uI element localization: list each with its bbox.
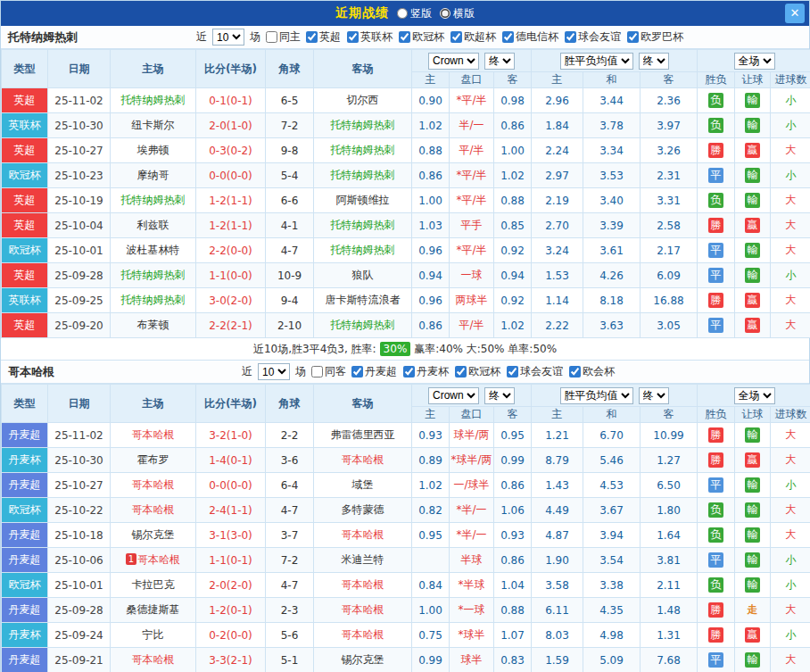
same-venue-checkbox[interactable] — [266, 31, 277, 43]
avg-select[interactable]: 胜平负均值 — [560, 53, 633, 70]
team-name: 托特纳姆热刺 — [8, 29, 78, 46]
league-badge: 丹麦超 — [2, 523, 48, 548]
subcol-odds-away: 客 — [494, 407, 532, 423]
col-home: 主场 — [111, 385, 196, 423]
same-venue-filter[interactable]: 同客 — [311, 364, 346, 379]
matches-table: 类型 日期 主场 比分(半场) 角球 客场 Crown 终 胜平负均值 — [1, 384, 810, 672]
same-venue-filter[interactable]: 同主 — [266, 29, 301, 45]
goals-overunder: 大 — [771, 648, 810, 672]
same-venue-checkbox[interactable] — [311, 366, 323, 377]
avg-final-select[interactable]: 终 — [639, 53, 669, 70]
avg-draw-value: 3.54 — [583, 548, 641, 573]
league-filter-checkbox[interactable] — [569, 366, 581, 377]
match-row: 欧冠杯 25-10-01 卡拉巴克 2-0(2-0) 4-7 哥本哈根 0.84… — [2, 573, 810, 598]
match-date: 25-10-23 — [48, 163, 111, 188]
league-filter[interactable]: 德电信杯 — [502, 29, 558, 45]
match-row: 英超 25-09-28 托特纳姆热刺 1-1(0-0) 10-9 狼队 0.94… — [2, 263, 810, 288]
subcol-result: 胜负 — [698, 72, 735, 88]
league-filter[interactable]: 球会友谊 — [507, 364, 563, 379]
odds-source-select[interactable]: Crown — [428, 387, 479, 404]
avg-final-select[interactable]: 终 — [639, 387, 669, 404]
league-filter-checkbox[interactable] — [306, 31, 318, 43]
result-badge: 负 — [708, 118, 723, 133]
layout-horizontal-radio[interactable] — [440, 8, 450, 19]
score: 3-0(2-0) — [196, 288, 266, 313]
col-away: 客场 — [314, 385, 412, 423]
league-filter-checkbox[interactable] — [507, 366, 518, 377]
odds-final-select[interactable]: 终 — [484, 387, 515, 404]
result-badge: 平 — [708, 168, 723, 183]
league-filter[interactable]: 欧冠杯 — [399, 29, 444, 45]
league-filter-checkbox[interactable] — [565, 31, 576, 43]
close-icon[interactable]: ✕ — [785, 4, 805, 23]
match-row: 欧冠杯 25-10-23 摩纳哥 0-0(0-0) 5-4 托特纳姆热刺 0.8… — [2, 163, 810, 188]
league-filter[interactable]: 丹麦超 — [351, 364, 397, 379]
league-filter-checkbox[interactable] — [351, 366, 363, 377]
handicap-line: *平/半 — [450, 188, 494, 213]
league-filter[interactable]: 英联杯 — [347, 29, 393, 45]
match-date: 25-09-25 — [48, 288, 111, 313]
handicap-result-cell: 輸 — [735, 523, 771, 548]
layout-horizontal-option[interactable]: 横版 — [440, 6, 475, 21]
result-cell: 平 — [698, 163, 735, 188]
scope-select[interactable]: 全场 — [734, 53, 775, 70]
league-filter[interactable]: 球会友谊 — [565, 29, 621, 45]
corner-count: 7-2 — [266, 113, 314, 138]
handicap-result-cell: 輸 — [735, 548, 771, 573]
handicap-line: *平/半 — [450, 88, 494, 113]
avg-draw-value: 3.94 — [583, 523, 641, 548]
goals-overunder: 小 — [771, 113, 810, 138]
league-filter[interactable]: 欧冠杯 — [455, 364, 500, 379]
league-filter-checkbox[interactable] — [403, 366, 415, 377]
league-filter-checkbox[interactable] — [502, 31, 514, 43]
matches-tbody: 英超 25-11-02 托特纳姆热刺 0-1(0-1) 6-5 切尔西 0.90… — [2, 88, 810, 338]
league-filter[interactable]: 欧罗巴杯 — [627, 29, 683, 45]
avg-draw-value: 4.98 — [583, 623, 641, 648]
match-date: 25-10-18 — [48, 523, 111, 548]
handicap-line: *半球 — [450, 573, 494, 598]
league-badge: 欧冠杯 — [2, 573, 48, 598]
league-filter[interactable]: 丹麦杯 — [403, 364, 449, 379]
league-filter-checkbox[interactable] — [399, 31, 410, 43]
league-filter[interactable]: 英超 — [306, 29, 341, 45]
handicap-result-cell: 走 — [735, 598, 771, 623]
match-date: 25-10-22 — [48, 498, 111, 523]
avg-lose-value: 6.09 — [641, 263, 698, 288]
handicap-line: 平/半 — [450, 138, 494, 163]
odds-final-select[interactable]: 终 — [484, 53, 515, 70]
team-filter-bar: 托特纳姆热刺 近 10 场 同主 英超英联杯欧冠杯欧超杯德电信杯球会友谊欧罗巴杯 — [1, 26, 809, 49]
league-filter[interactable]: 欧超杯 — [450, 29, 496, 45]
matches-unit-label: 场 — [295, 364, 306, 379]
goals-overunder: 小 — [771, 623, 810, 648]
avg-lose-value: 1.27 — [641, 448, 698, 473]
layout-vertical-label: 竖版 — [410, 6, 432, 21]
avg-select[interactable]: 胜平负均值 — [560, 387, 633, 404]
layout-vertical-radio[interactable] — [397, 8, 408, 19]
matches-table: 类型 日期 主场 比分(半场) 角球 客场 Crown 终 胜平负均值 — [1, 49, 810, 338]
league-filter-checkbox[interactable] — [627, 31, 639, 43]
handicap-result-badge: 輸 — [745, 168, 760, 183]
home-team: 1哥本哈根 — [111, 548, 196, 573]
handicap-result-cell: 贏 — [735, 138, 771, 163]
match-count-select[interactable]: 10 — [258, 363, 290, 380]
league-filter[interactable]: 欧会杯 — [569, 364, 615, 379]
subcol-avg-lose: 客 — [641, 72, 698, 88]
handicap-result-badge: 輸 — [745, 427, 760, 443]
league-filters: 英超英联杯欧冠杯欧超杯德电信杯球会友谊欧罗巴杯 — [306, 29, 683, 45]
scope-select[interactable]: 全场 — [734, 387, 775, 404]
goals-overunder: 大 — [771, 448, 810, 473]
league-filter-checkbox[interactable] — [450, 31, 462, 43]
league-filter-checkbox[interactable] — [347, 31, 359, 43]
odds-source-select[interactable]: Crown — [428, 53, 479, 70]
match-count-select[interactable]: 10 — [212, 29, 244, 46]
col-type: 类型 — [2, 385, 48, 423]
league-filter-checkbox[interactable] — [455, 366, 467, 377]
handicap-result-cell: 輸 — [735, 188, 771, 213]
home-team: 布莱顿 — [111, 313, 196, 338]
avg-win-value: 2.24 — [532, 138, 583, 163]
odds-group-header: Crown 终 — [412, 385, 532, 407]
layout-vertical-option[interactable]: 竖版 — [397, 6, 432, 21]
odds-home-value: 1.00 — [412, 598, 450, 623]
avg-lose-value: 3.26 — [641, 138, 698, 163]
league-badge: 丹麦杯 — [2, 448, 48, 473]
